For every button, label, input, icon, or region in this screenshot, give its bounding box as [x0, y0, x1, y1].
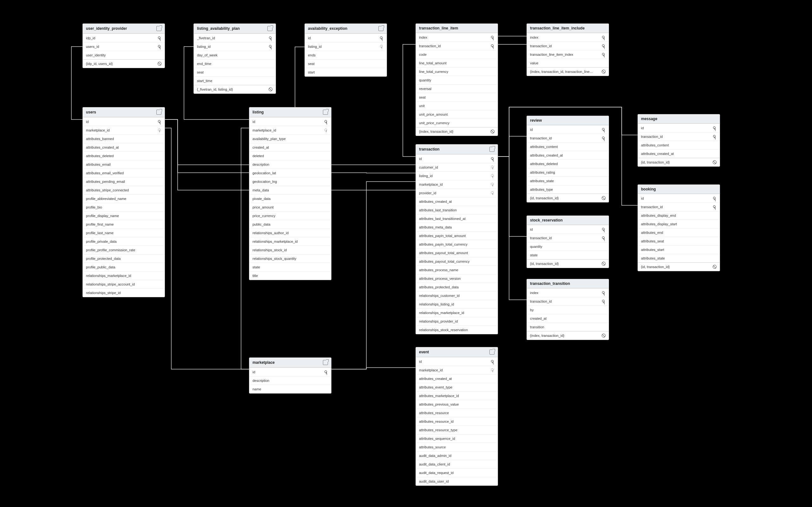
column-row[interactable]: attributes_stripe_connected	[83, 186, 165, 194]
column-row[interactable]: seat	[416, 93, 498, 101]
external-link-icon[interactable]	[378, 26, 384, 31]
table-header[interactable]: event	[416, 347, 498, 357]
column-row[interactable]: transition	[527, 323, 609, 331]
column-row[interactable]: attributes_content	[527, 142, 609, 151]
table-transaction_transition[interactable]: transaction_transitionindextransaction_i…	[526, 279, 609, 340]
column-row[interactable]: attributes_last_transitioned_at	[416, 214, 498, 223]
column-row[interactable]: relationships_stock_quantity	[249, 254, 331, 263]
external-link-icon[interactable]	[490, 147, 495, 152]
column-row[interactable]: created_at	[527, 314, 609, 323]
column-row[interactable]: attributes_pending_email	[83, 177, 165, 186]
table-availability_exception[interactable]: availability_exceptionidlisting_idendsse…	[305, 23, 387, 77]
external-link-icon[interactable]	[156, 26, 161, 31]
column-row[interactable]: profile_profile_commission_rate	[83, 245, 165, 254]
column-row[interactable]: attributes_resource_type	[416, 426, 498, 434]
column-row[interactable]: relationships_customer_id	[416, 291, 498, 300]
column-row[interactable]: deleted	[249, 152, 331, 160]
table-header[interactable]: listing_availability_plan	[194, 24, 275, 34]
column-row[interactable]: attributes_email_verified	[83, 169, 165, 177]
column-row[interactable]: attributes_previous_value	[416, 400, 498, 408]
column-row[interactable]: attributes_created_at	[83, 143, 165, 152]
column-row[interactable]: day_of_week	[194, 51, 275, 59]
table-header[interactable]: review	[527, 116, 609, 125]
column-row[interactable]: marketplace_id	[83, 126, 165, 134]
column-row[interactable]: title	[249, 271, 331, 280]
column-row[interactable]: seat	[194, 68, 275, 76]
table-marketplace[interactable]: marketplaceiddescriptionname	[249, 357, 332, 394]
column-row[interactable]: profile_first_name	[83, 220, 165, 228]
column-row[interactable]: attributes_source	[416, 443, 498, 451]
column-row[interactable]: price_amount	[249, 203, 331, 211]
column-row[interactable]: unit	[416, 101, 498, 110]
external-link-icon[interactable]	[490, 349, 495, 354]
column-row[interactable]: ends	[305, 51, 387, 59]
column-row[interactable]: id	[305, 34, 387, 42]
table-header[interactable]: stock_reservation	[527, 216, 609, 225]
table-header[interactable]: availability_exception	[305, 24, 387, 34]
column-row[interactable]: attributes_content	[638, 141, 720, 149]
column-row[interactable]: availability_plan_type	[249, 134, 331, 143]
column-row[interactable]: id	[527, 125, 609, 134]
column-row[interactable]: relationships_stock_id	[249, 245, 331, 254]
column-row[interactable]: relationships_stripe_id	[83, 288, 165, 297]
column-row[interactable]: attributes_payout_total_currency	[416, 257, 498, 266]
column-row[interactable]: {index, transaction_id, transaction_line…	[527, 67, 609, 76]
column-row[interactable]: user_identity	[83, 51, 165, 59]
column-row[interactable]: {index, transaction_id}	[527, 331, 609, 340]
column-row[interactable]: geolocation_lng	[249, 177, 331, 186]
column-row[interactable]: attributes_marketplace_id	[416, 391, 498, 400]
table-listing[interactable]: listingidmarketplace_idavailability_plan…	[249, 107, 332, 280]
column-row[interactable]: attributes_payin_total_amount	[416, 231, 498, 240]
column-row[interactable]: marketplace_id	[416, 180, 498, 188]
table-header[interactable]: booking	[638, 185, 720, 194]
table-stock_reservation[interactable]: stock_reservationidtransaction_idquantit…	[526, 216, 609, 268]
column-row[interactable]: state	[527, 250, 609, 259]
column-row[interactable]: attributes_banned	[83, 134, 165, 143]
column-row[interactable]: price_currency	[249, 211, 331, 220]
column-row[interactable]: attributes_type	[527, 185, 609, 193]
column-row[interactable]: profile_private_data	[83, 237, 165, 245]
table-transaction_line_item[interactable]: transaction_line_itemindextransaction_id…	[415, 23, 498, 136]
table-header[interactable]: marketplace	[249, 358, 331, 368]
column-row[interactable]: id	[638, 194, 720, 203]
table-header[interactable]: transaction_line_item	[416, 24, 498, 33]
table-listing_availability_plan[interactable]: listing_availability_plan_fivetran_idlis…	[194, 23, 276, 94]
table-header[interactable]: listing	[249, 107, 331, 117]
column-row[interactable]: relationships_author_id	[249, 228, 331, 237]
column-row[interactable]: meta_data	[249, 186, 331, 194]
column-row[interactable]: attributes_end	[638, 228, 720, 237]
column-row[interactable]: line_total_currency	[416, 67, 498, 76]
table-user_identity_provider[interactable]: user_identity_provideridp_idusers_iduser…	[83, 23, 165, 68]
column-row[interactable]: attributes_process_version	[416, 274, 498, 283]
column-row[interactable]: relationships_marketplace_id	[416, 308, 498, 317]
column-row[interactable]: attributes_payin_total_currency	[416, 240, 498, 248]
column-row[interactable]: marketplace_id	[249, 126, 331, 134]
column-row[interactable]: {id, transaction_id}	[638, 158, 720, 166]
column-row[interactable]: transaction_id	[527, 42, 609, 50]
column-row[interactable]: by	[527, 305, 609, 314]
column-row[interactable]: {_fivetran_id, listing_id}	[194, 85, 275, 94]
table-users[interactable]: usersidmarketplace_idattributes_bannedat…	[83, 107, 165, 297]
column-row[interactable]: {id, transaction_id}	[638, 262, 720, 271]
external-link-icon[interactable]	[156, 110, 161, 115]
column-row[interactable]: id	[249, 368, 331, 376]
column-row[interactable]: attributes_process_name	[416, 266, 498, 274]
column-row[interactable]: unit_price_currency	[416, 118, 498, 127]
column-row[interactable]: {id, transaction_id}	[527, 259, 609, 268]
column-row[interactable]: index	[416, 33, 498, 42]
column-row[interactable]: start_time	[194, 76, 275, 85]
column-row[interactable]: id	[249, 117, 331, 126]
column-row[interactable]: attributes_display_start	[638, 220, 720, 228]
column-row[interactable]: public_data	[249, 220, 331, 228]
column-row[interactable]: users_id	[83, 42, 165, 51]
column-row[interactable]: quantity	[416, 76, 498, 84]
external-link-icon[interactable]	[323, 360, 328, 365]
column-row[interactable]: relationships_marketplace_id	[249, 237, 331, 245]
column-row[interactable]: id	[83, 117, 165, 126]
column-row[interactable]: relationships_listing_id	[416, 300, 498, 308]
table-header[interactable]: users	[83, 107, 165, 117]
column-row[interactable]: profile_abbreviated_name	[83, 194, 165, 203]
column-row[interactable]: id	[416, 357, 498, 366]
column-row[interactable]: attributes_event_type	[416, 383, 498, 391]
table-header[interactable]: transaction_line_item_include	[527, 24, 609, 33]
